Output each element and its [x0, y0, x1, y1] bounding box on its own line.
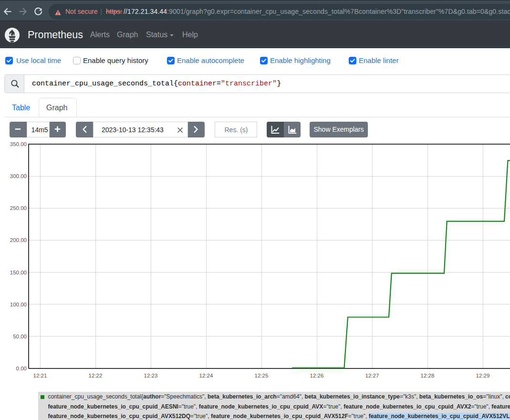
svg-text:100.00: 100.00	[10, 302, 27, 307]
svg-text:12:21: 12:21	[33, 373, 47, 378]
svg-text:12:25: 12:25	[255, 373, 269, 378]
svg-text:350.00: 350.00	[10, 141, 27, 147]
svg-text:50.00: 50.00	[13, 334, 27, 339]
svg-text:12:27: 12:27	[365, 373, 379, 378]
svg-text:12:22: 12:22	[89, 373, 103, 378]
svg-text:12:28: 12:28	[421, 373, 435, 378]
svg-text:300.00: 300.00	[10, 173, 27, 179]
svg-text:250.00: 250.00	[10, 205, 27, 211]
svg-text:12:23: 12:23	[144, 373, 158, 378]
svg-text:12:24: 12:24	[199, 373, 213, 378]
svg-text:12:29: 12:29	[476, 373, 490, 378]
svg-text:0.00: 0.00	[16, 366, 27, 371]
svg-text:150.00: 150.00	[10, 270, 27, 275]
svg-text:12:26: 12:26	[310, 373, 324, 378]
svg-text:200.00: 200.00	[10, 237, 27, 243]
